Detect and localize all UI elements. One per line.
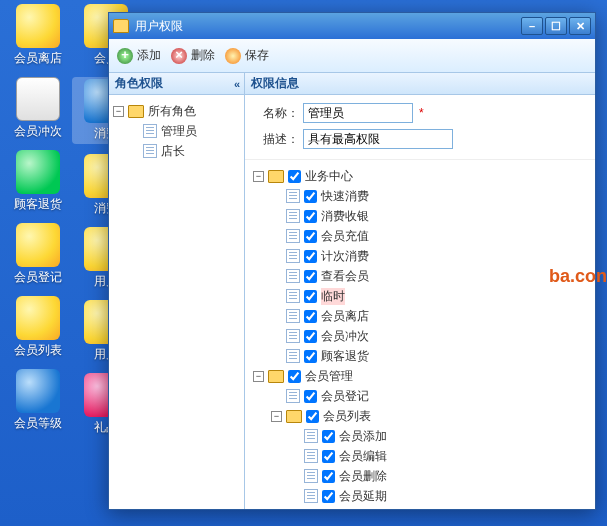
perm-node[interactable]: 顾客退货 [249, 346, 591, 366]
perm-node[interactable]: −会员列表 [249, 406, 591, 426]
folder-icon [128, 105, 144, 118]
page-icon [304, 469, 318, 483]
perm-node[interactable]: 快速消费 [249, 186, 591, 206]
perm-checkbox[interactable] [288, 370, 301, 383]
desktop-item[interactable]: 会员冲次 [4, 77, 72, 140]
save-icon [225, 48, 241, 64]
perm-checkbox[interactable] [304, 330, 317, 343]
perm-checkbox[interactable] [304, 210, 317, 223]
perm-label: 会员充值 [321, 228, 369, 245]
delete-icon [171, 48, 187, 64]
perm-checkbox[interactable] [304, 310, 317, 323]
close-button[interactable]: ✕ [569, 17, 591, 35]
perm-checkbox[interactable] [304, 230, 317, 243]
save-button[interactable]: 保存 [225, 47, 269, 64]
perm-node[interactable]: 会员编辑 [249, 446, 591, 466]
minimize-button[interactable]: – [521, 17, 543, 35]
desktop-item[interactable]: 会员登记 [4, 223, 72, 286]
perm-checkbox[interactable] [304, 390, 317, 403]
perm-label: 会员列表 [323, 408, 371, 425]
page-icon [143, 124, 157, 138]
perm-label: 临时 [321, 288, 345, 305]
delete-button[interactable]: 删除 [171, 47, 215, 64]
perm-checkbox[interactable] [322, 470, 335, 483]
toolbar: 添加 删除 保存 [109, 39, 595, 73]
perm-node[interactable]: 会员延期 [249, 486, 591, 506]
page-icon [304, 489, 318, 503]
role-node[interactable]: 店长 [113, 141, 240, 161]
desktop-item[interactable]: 会员等级 [4, 369, 72, 432]
minus-toggle-icon[interactable]: − [271, 411, 282, 422]
page-icon [286, 209, 300, 223]
perm-node[interactable]: 会员删除 [249, 466, 591, 486]
window-title: 用户权限 [135, 18, 521, 35]
desktop-item-label: 会员冲次 [14, 123, 62, 140]
page-icon [304, 429, 318, 443]
desktop-item-label: 会员等级 [14, 415, 62, 432]
name-input[interactable] [303, 103, 413, 123]
perm-checkbox[interactable] [322, 490, 335, 503]
roles-panel-header: 角色权限 « [109, 73, 244, 95]
perm-label: 顾客退货 [321, 348, 369, 365]
perm-label: 会员换卡 [339, 508, 387, 510]
perm-checkbox[interactable] [306, 410, 319, 423]
perm-checkbox[interactable] [304, 270, 317, 283]
desktop-item-label: 会员列表 [14, 342, 62, 359]
perm-node[interactable]: 临时 [249, 286, 591, 306]
perm-label: 消费收银 [321, 208, 369, 225]
perm-label: 快速消费 [321, 188, 369, 205]
perm-checkbox[interactable] [322, 450, 335, 463]
perm-node[interactable]: −业务中心 [249, 166, 591, 186]
desktop-item[interactable]: 会员离店 [4, 4, 72, 67]
add-button[interactable]: 添加 [117, 47, 161, 64]
role-node[interactable]: 管理员 [113, 121, 240, 141]
perm-label: 计次消费 [321, 248, 369, 265]
roles-root-node[interactable]: − 所有角色 [113, 101, 240, 121]
perm-checkbox[interactable] [322, 430, 335, 443]
name-label: 名称： [255, 105, 299, 122]
collapse-icon[interactable]: « [234, 78, 238, 90]
perm-node[interactable]: 会员冲次 [249, 326, 591, 346]
page-icon [286, 349, 300, 363]
page-icon [286, 389, 300, 403]
desc-input[interactable] [303, 129, 453, 149]
perm-node[interactable]: 会员换卡 [249, 506, 591, 509]
roles-panel: 角色权限 « − 所有角色 管理员店长 [109, 73, 245, 509]
perm-checkbox[interactable] [304, 190, 317, 203]
roles-root-label: 所有角色 [148, 103, 196, 120]
perm-checkbox[interactable] [304, 350, 317, 363]
perm-node[interactable]: 查看会员 [249, 266, 591, 286]
minus-toggle-icon[interactable]: − [253, 171, 264, 182]
window-body: 角色权限 « − 所有角色 管理员店长 权限信息 名称： [109, 73, 595, 509]
titlebar[interactable]: 用户权限 – ☐ ✕ [109, 13, 595, 39]
minus-toggle-icon[interactable]: − [113, 106, 124, 117]
maximize-button[interactable]: ☐ [545, 17, 567, 35]
app-icon [16, 150, 60, 194]
perm-node[interactable]: 计次消费 [249, 246, 591, 266]
perm-label: 会员编辑 [339, 448, 387, 465]
perm-checkbox[interactable] [304, 250, 317, 263]
minus-toggle-icon[interactable]: − [253, 371, 264, 382]
page-icon [286, 269, 300, 283]
perm-checkbox[interactable] [288, 170, 301, 183]
perm-node[interactable]: 会员充值 [249, 226, 591, 246]
page-icon [286, 289, 300, 303]
perm-node[interactable]: −会员管理 [249, 366, 591, 386]
perm-node[interactable]: 会员登记 [249, 386, 591, 406]
perm-label: 会员延期 [339, 488, 387, 505]
perm-node[interactable]: 会员添加 [249, 426, 591, 446]
delete-label: 删除 [191, 47, 215, 64]
desktop-item[interactable]: 会员列表 [4, 296, 72, 359]
permissions-panel-header: 权限信息 [245, 73, 595, 95]
page-icon [286, 189, 300, 203]
window-buttons: – ☐ ✕ [521, 17, 591, 35]
perm-node[interactable]: 会员离店 [249, 306, 591, 326]
perm-node[interactable]: 消费收银 [249, 206, 591, 226]
perm-label: 会员管理 [305, 368, 353, 385]
permissions-panel-title: 权限信息 [251, 75, 299, 92]
page-icon [286, 249, 300, 263]
desktop-item[interactable]: 顾客退货 [4, 150, 72, 213]
app-icon [16, 77, 60, 121]
app-icon [16, 223, 60, 267]
perm-checkbox[interactable] [304, 290, 317, 303]
